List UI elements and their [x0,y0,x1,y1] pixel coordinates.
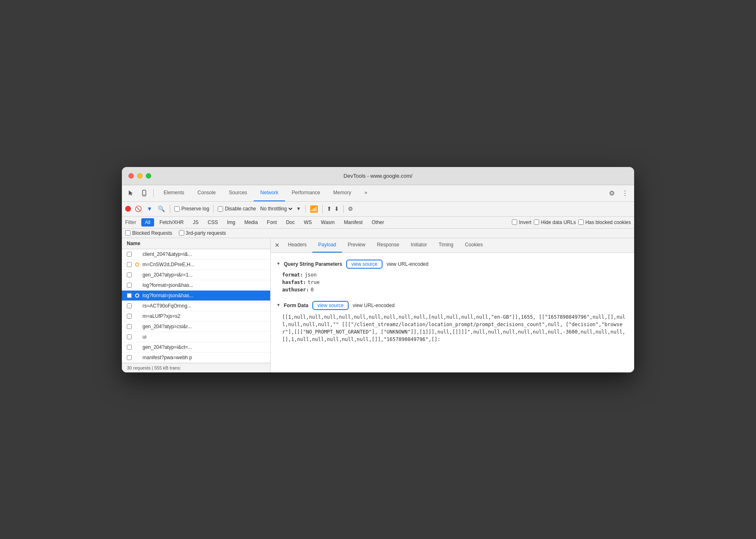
svg-rect-1 [143,195,145,195]
blocked-requests-checkbox[interactable]: Blocked Requests [125,230,172,236]
disable-cache-checkbox[interactable]: Disable cache [218,206,256,212]
tab-console[interactable]: Console [191,185,222,201]
throttle-select[interactable]: No throttling [259,205,294,212]
tab-memory[interactable]: Memory [327,185,358,201]
request-checkbox[interactable] [127,345,132,350]
request-item[interactable]: log?format=json&has... [122,280,270,291]
close-details-button[interactable]: ✕ [272,240,282,250]
details-content: ▼ Query String Parameters view source vi… [271,253,634,372]
request-checkbox[interactable] [127,334,132,339]
request-icon [134,282,140,288]
filter-wasm[interactable]: Wasm [317,218,339,227]
filter-row: Filter All Fetch/XHR JS CSS Img Media Fo… [122,217,634,229]
filter-css[interactable]: CSS [204,218,222,227]
requests-header: Name [122,238,270,249]
main-content: Name client_204?&atyp=i&... m=CnSW2d,DPr… [122,238,634,372]
details-tabs: ✕ Headers Payload Preview Response Initi… [271,238,634,253]
network-settings-icon[interactable]: ⚙ [348,205,353,212]
clear-button[interactable]: 🚫 [133,204,143,213]
tab-network[interactable]: Network [254,185,285,201]
view-source-button-qs[interactable]: view source [346,260,382,269]
tab-cookies[interactable]: Cookies [459,238,488,253]
request-checkbox[interactable] [127,283,132,288]
disable-cache-input[interactable] [218,206,223,212]
request-checkbox[interactable] [127,314,132,319]
filter-fetchxhr[interactable]: Fetch/XHR [156,218,188,227]
filter-media[interactable]: Media [240,218,262,227]
request-icon [134,344,140,350]
triangle-icon-qs: ▼ [277,262,280,266]
blocked-requests-input[interactable] [125,230,131,236]
preserve-log-input[interactable] [174,206,180,212]
devtools-body: Elements Console Sources Network Perform… [122,185,634,372]
requests-list: client_204?&atyp=i&... m=CnSW2d,DPreE,H.… [122,249,270,363]
view-url-encoded-fd[interactable]: view URL-encoded [353,303,395,308]
has-blocked-cookies-input[interactable] [578,219,584,225]
invert-input[interactable] [512,219,517,225]
minimize-button[interactable] [137,173,143,179]
tab-headers[interactable]: Headers [282,238,312,253]
request-item[interactable]: gen_204?atyp=csi&r... [122,322,270,332]
tab-sources[interactable]: Sources [222,185,254,201]
request-checkbox[interactable] [127,303,132,308]
download-icon[interactable]: ⬇ [334,205,339,212]
tab-performance[interactable]: Performance [285,185,327,201]
maximize-button[interactable] [146,173,151,179]
tab-timing[interactable]: Timing [433,238,459,253]
request-checkbox[interactable] [127,262,132,267]
settings-icon[interactable]: ⚙ [606,187,618,199]
filter-manifest[interactable]: Manifest [340,218,366,227]
search-icon[interactable]: 🔍 [157,204,166,213]
tab-initiator[interactable]: Initiator [405,238,433,253]
invert-checkbox[interactable]: Invert [512,219,531,225]
request-item[interactable]: gen_204?atyp=i&ct=... [122,342,270,353]
close-button[interactable] [128,173,134,179]
request-checkbox[interactable] [127,355,132,360]
view-url-encoded-qs[interactable]: view URL-encoded [387,261,428,267]
upload-icon[interactable]: ⬆ [327,205,332,212]
tab-elements[interactable]: Elements [157,185,191,201]
tab-preview[interactable]: Preview [342,238,371,253]
request-icon [134,324,140,329]
tab-more[interactable]: » [358,185,374,201]
request-checkbox[interactable] [127,252,132,257]
request-item[interactable]: manifest?pwa=webh p [122,353,270,363]
request-item[interactable]: m=aLUfP?xjs=s2 [122,311,270,322]
filter-other[interactable]: Other [368,218,388,227]
tab-payload[interactable]: Payload [312,238,342,253]
request-item[interactable]: m=CnSW2d,DPreE,H... [122,260,270,270]
filter-doc[interactable]: Doc [282,218,298,227]
filter-ws[interactable]: WS [300,218,315,227]
third-party-input[interactable] [179,230,184,236]
request-item[interactable]: rs=ACT90oFqOrnng... [122,301,270,311]
record-button[interactable] [125,206,131,212]
request-item[interactable]: ui [122,332,270,342]
request-checkbox[interactable] [127,324,132,329]
tab-response[interactable]: Response [371,238,405,253]
has-blocked-cookies-checkbox[interactable]: Has blocked cookies [578,219,631,225]
window-title: DevTools - www.google.com/ [344,173,413,179]
hide-data-urls-input[interactable] [534,219,539,225]
request-checkbox[interactable] [127,293,132,298]
filter-all[interactable]: All [141,218,154,227]
preserve-log-checkbox[interactable]: Preserve log [174,206,209,212]
cursor-icon[interactable] [125,187,137,199]
toolbar-divider-1 [153,189,154,197]
titlebar: DevTools - www.google.com/ [122,167,634,185]
more-options-icon[interactable]: ⋮ [619,187,631,199]
filter-img[interactable]: Img [223,218,239,227]
request-item[interactable]: client_204?&atyp=i&... [122,249,270,260]
request-checkbox[interactable] [127,272,132,277]
request-item-selected[interactable]: log?format=json&has... [122,291,270,301]
view-source-button-fd[interactable]: view source [312,301,348,310]
filter-font[interactable]: Font [263,218,281,227]
section-divider [277,294,628,299]
request-item[interactable]: gen_204?atyp=i&r=1... [122,270,270,280]
filter-js[interactable]: JS [189,218,202,227]
filter-icon[interactable]: ▼ [145,204,154,213]
toolbar-sep-3 [305,205,306,213]
mobile-icon[interactable] [138,187,150,199]
hide-data-urls-checkbox[interactable]: Hide data URLs [534,219,576,225]
request-icon [134,251,140,257]
third-party-checkbox[interactable]: 3rd-party requests [179,230,226,236]
